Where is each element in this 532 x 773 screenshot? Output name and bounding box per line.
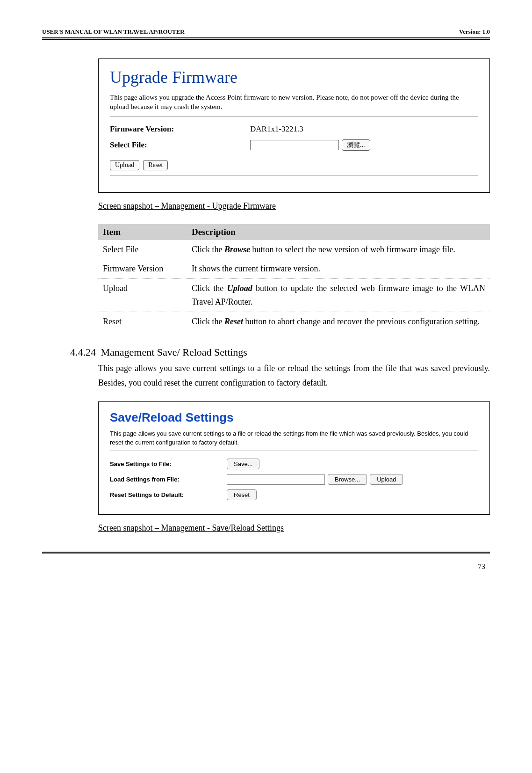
header-rule-thin bbox=[42, 39, 490, 40]
table-row: Upload Click the Upload button to update… bbox=[98, 279, 490, 312]
load-file-input[interactable] bbox=[227, 474, 325, 485]
item-cell: Firmware Version bbox=[98, 259, 187, 279]
reset-button[interactable]: Reset bbox=[227, 489, 257, 500]
upload-button[interactable]: Upload bbox=[370, 474, 403, 485]
browse-button[interactable]: Browse... bbox=[328, 474, 367, 485]
firmware-version-value: DAR1x1-3221.3 bbox=[250, 124, 478, 134]
select-file-label: Select File: bbox=[110, 140, 250, 150]
section-body: This page allows you save current settin… bbox=[98, 361, 490, 390]
header-rule bbox=[42, 37, 490, 38]
save-title: Save/Reload Settings bbox=[110, 410, 478, 425]
header-right: Version: 1.0 bbox=[459, 28, 490, 36]
table-header-desc: Description bbox=[187, 224, 490, 240]
save-button[interactable]: Save... bbox=[227, 459, 259, 469]
divider bbox=[110, 117, 478, 117]
item-cell: Reset bbox=[98, 312, 187, 331]
section-heading: 4.4.24 Management Save/ Reload Settings bbox=[70, 346, 490, 358]
upgrade-firmware-panel: Upgrade Firmware This page allows you up… bbox=[98, 58, 490, 193]
save-settings-label: Save Settings to File: bbox=[110, 460, 227, 467]
footer-rule-thin bbox=[42, 554, 490, 554]
reset-settings-label: Reset Settings to Default: bbox=[110, 491, 227, 498]
upgrade-description: This page allows you upgrade the Access … bbox=[110, 93, 478, 112]
item-cell: Upload bbox=[98, 279, 187, 312]
table-row: Firmware Version It shows the current fi… bbox=[98, 259, 490, 279]
save-reload-panel: Save/Reload Settings This page allows yo… bbox=[98, 401, 490, 515]
divider bbox=[110, 175, 478, 175]
divider bbox=[110, 451, 478, 451]
upgrade-caption: Screen snapshot – Management - Upgrade F… bbox=[98, 201, 490, 211]
select-file-input[interactable] bbox=[250, 140, 339, 150]
load-settings-label: Load Settings from File: bbox=[110, 476, 227, 483]
table-header-item: Item bbox=[98, 224, 187, 240]
save-description: This page allows you save current settin… bbox=[110, 430, 478, 447]
section-title: Management Save/ Reload Settings bbox=[101, 346, 247, 358]
desc-cell: It shows the current firmware version. bbox=[187, 259, 490, 279]
table-row: Select File Click the Browse button to s… bbox=[98, 240, 490, 259]
desc-cell: Click the Upload button to update the se… bbox=[187, 279, 490, 312]
page-number: 73 bbox=[42, 562, 490, 571]
upgrade-title: Upgrade Firmware bbox=[110, 67, 478, 87]
section-number: 4.4.24 bbox=[70, 346, 98, 358]
table-row: Reset Click the Reset button to abort ch… bbox=[98, 312, 490, 331]
reset-button[interactable]: Reset bbox=[143, 160, 168, 170]
description-table: Item Description Select File Click the B… bbox=[98, 224, 490, 332]
item-cell: Select File bbox=[98, 240, 187, 259]
desc-cell: Click the Reset button to abort change a… bbox=[187, 312, 490, 331]
upload-button[interactable]: Upload bbox=[110, 160, 139, 170]
browse-button[interactable]: 瀏覽... bbox=[342, 139, 370, 151]
footer-rule bbox=[42, 552, 490, 553]
header-left: USER'S MANUAL OF WLAN TRAVEL AP/ROUTER bbox=[42, 28, 185, 36]
save-caption: Screen snapshot – Management - Save/Relo… bbox=[98, 523, 490, 533]
desc-cell: Click the Browse button to select the ne… bbox=[187, 240, 490, 259]
firmware-version-label: Firmware Version: bbox=[110, 124, 250, 134]
